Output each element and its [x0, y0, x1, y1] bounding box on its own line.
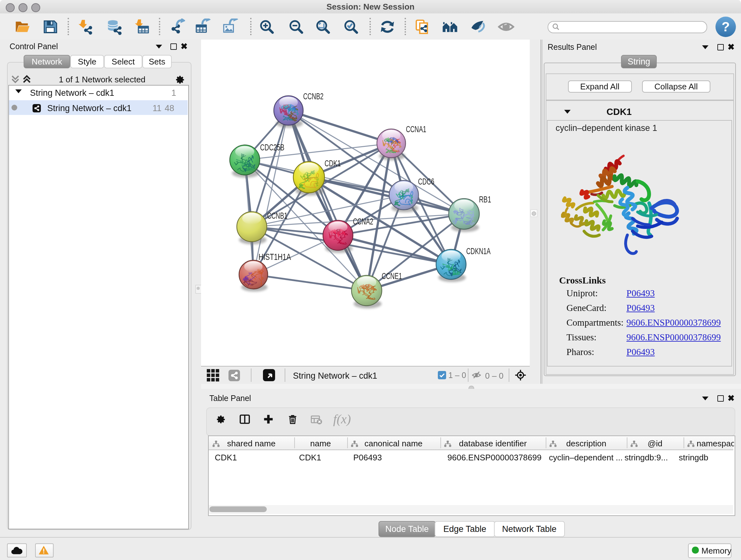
svg-text:CDC25B: CDC25B [260, 143, 284, 152]
svg-text:CDK1: CDK1 [325, 159, 341, 168]
svg-text:CCNA1: CCNA1 [406, 125, 426, 134]
svg-text:CCNB1: CCNB1 [267, 211, 287, 221]
svg-text:CCNB2: CCNB2 [303, 91, 324, 101]
svg-text:CCNE1: CCNE1 [382, 271, 402, 281]
svg-text:RB1: RB1 [479, 195, 491, 204]
svg-text:CCNA2: CCNA2 [353, 217, 374, 226]
svg-text:CDKN1A: CDKN1A [466, 246, 490, 256]
svg-text:CDC6: CDC6 [418, 177, 434, 186]
svg-text:HIST1H1A: HIST1H1A [259, 252, 291, 262]
